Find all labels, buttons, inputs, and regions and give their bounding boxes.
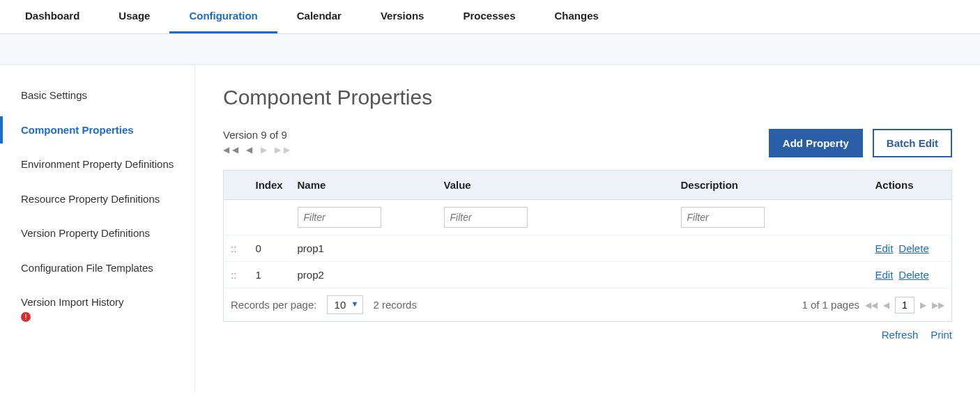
page-first-icon[interactable]: ◀◀ [865, 300, 878, 310]
tab-processes[interactable]: Processes [443, 0, 535, 33]
cell-value [437, 262, 674, 288]
sidebar-item-environment-property-definitions[interactable]: Environment Property Definitions [0, 150, 194, 178]
chevron-down-icon: ▼ [351, 300, 358, 308]
tab-usage[interactable]: Usage [99, 0, 169, 33]
sidebar-item-version-import-history[interactable]: Version Import History! [0, 288, 194, 329]
version-text: Version 9 of 9 [223, 129, 293, 141]
edit-link[interactable]: Edit [875, 269, 894, 281]
drag-handle-icon[interactable]: :: [224, 235, 249, 262]
delete-link[interactable]: Delete [898, 242, 928, 254]
col-description: Description [674, 171, 868, 200]
print-link[interactable]: Print [931, 329, 952, 341]
sidebar-item-resource-property-definitions[interactable]: Resource Property Definitions [0, 185, 194, 213]
col-value: Value [437, 171, 674, 200]
table-row: ::1prop2EditDelete [224, 262, 952, 288]
col-name: Name [291, 171, 437, 200]
top-tabs: DashboardUsageConfigurationCalendarVersi… [0, 0, 980, 34]
pager-first-icon[interactable]: ◀◀ [223, 145, 241, 155]
refresh-link[interactable]: Refresh [882, 329, 919, 341]
cell-index: 0 [249, 235, 291, 262]
pager-next-icon[interactable]: ▶ [261, 145, 270, 155]
tab-configuration[interactable]: Configuration [169, 0, 277, 33]
add-property-button[interactable]: Add Property [769, 129, 863, 157]
drag-handle-icon[interactable]: :: [224, 262, 249, 288]
delete-link[interactable]: Delete [898, 269, 928, 281]
version-pager: ◀◀ ◀ ▶ ▶▶ [223, 145, 293, 155]
filter-description-input[interactable] [681, 207, 765, 228]
sidebar-item-configuration-file-templates[interactable]: Configuration File Templates [0, 254, 194, 282]
cell-description [674, 262, 868, 288]
filter-row [224, 200, 952, 235]
sidebar-item-basic-settings[interactable]: Basic Settings [0, 81, 194, 109]
tab-dashboard[interactable]: Dashboard [6, 0, 99, 33]
page-next-icon[interactable]: ▶ [920, 300, 926, 310]
cell-name: prop2 [291, 262, 437, 288]
col-index: Index [249, 171, 291, 200]
edit-link[interactable]: Edit [875, 242, 894, 254]
tab-versions[interactable]: Versions [361, 0, 444, 33]
filter-name-input[interactable] [298, 207, 381, 228]
page-number-input[interactable] [895, 297, 914, 313]
tab-calendar[interactable]: Calendar [277, 0, 361, 33]
sidebar-item-version-property-definitions[interactable]: Version Property Definitions [0, 219, 194, 247]
cell-value [437, 235, 674, 262]
sidebar: Basic SettingsComponent PropertiesEnviro… [0, 65, 195, 392]
records-per-page-select[interactable]: 10▼ [327, 295, 364, 314]
cell-index: 1 [249, 262, 291, 288]
page-last-icon[interactable]: ▶▶ [932, 300, 944, 310]
records-count: 2 records [373, 299, 417, 311]
pager-prev-icon[interactable]: ◀ [246, 145, 255, 155]
cell-name: prop1 [291, 235, 437, 262]
records-per-page-label: Records per page: [231, 299, 316, 311]
cell-description [674, 235, 868, 262]
col-actions: Actions [868, 171, 952, 200]
table-row: ::0prop1EditDelete [224, 235, 952, 262]
pages-text: 1 of 1 pages [802, 299, 859, 311]
pager-last-icon[interactable]: ▶▶ [275, 145, 293, 155]
tab-changes[interactable]: Changes [535, 0, 618, 33]
alert-icon: ! [21, 312, 31, 322]
tab-subbar [0, 34, 980, 65]
filter-value-input[interactable] [444, 207, 528, 228]
page-title: Component Properties [223, 86, 952, 109]
main-content: Component Properties Version 9 of 9 ◀◀ ◀… [195, 65, 980, 392]
properties-table: Index Name Value Description Actions ::0… [223, 170, 952, 322]
sidebar-item-component-properties[interactable]: Component Properties [0, 116, 194, 144]
batch-edit-button[interactable]: Batch Edit [873, 129, 952, 157]
page-prev-icon[interactable]: ◀ [883, 300, 889, 310]
